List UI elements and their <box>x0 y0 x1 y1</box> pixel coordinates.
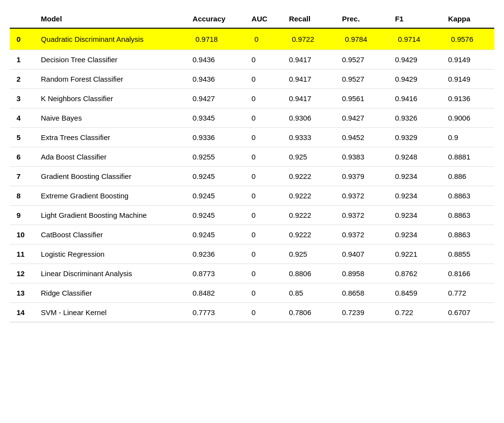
table-row: 9Light Gradient Boosting Machine0.924500… <box>10 206 494 225</box>
cell-auc-14: 0 <box>245 303 282 322</box>
cell-prec-10: 0.9372 <box>335 225 388 245</box>
cell-f1-11: 0.9221 <box>388 245 441 264</box>
model-comparison-table: Model Accuracy AUC Recall Prec. F1 Kappa… <box>10 10 494 322</box>
cell-accuracy-10: 0.9245 <box>186 225 245 245</box>
cell-auc-6: 0 <box>245 147 282 167</box>
cell-kappa-2: 0.9149 <box>441 70 494 89</box>
cell-model-7: Gradient Boosting Classifier <box>34 167 186 186</box>
cell-index-14: 14 <box>10 303 34 322</box>
cell-f1-1: 0.9429 <box>388 50 441 70</box>
cell-recall-14: 0.7806 <box>282 303 335 322</box>
cell-model-12: Linear Discriminant Analysis <box>34 264 186 283</box>
col-header-f1: F1 <box>388 10 441 28</box>
cell-f1-0: 0.9714 <box>388 28 441 50</box>
cell-f1-9: 0.9234 <box>388 206 441 225</box>
cell-recall-8: 0.9222 <box>282 186 335 206</box>
cell-recall-13: 0.85 <box>282 283 335 303</box>
col-header-model: Model <box>34 10 186 28</box>
cell-recall-3: 0.9417 <box>282 89 335 108</box>
col-header-kappa: Kappa <box>441 10 494 28</box>
cell-prec-9: 0.9372 <box>335 206 388 225</box>
table-header-row: Model Accuracy AUC Recall Prec. F1 Kappa <box>10 10 494 28</box>
cell-kappa-0: 0.9576 <box>441 28 494 50</box>
cell-f1-5: 0.9329 <box>388 128 441 147</box>
cell-f1-8: 0.9234 <box>388 186 441 206</box>
cell-model-13: Ridge Classifier <box>34 283 186 303</box>
cell-accuracy-14: 0.7773 <box>186 303 245 322</box>
cell-kappa-3: 0.9136 <box>441 89 494 108</box>
cell-accuracy-13: 0.8482 <box>186 283 245 303</box>
cell-model-8: Extreme Gradient Boosting <box>34 186 186 206</box>
cell-model-3: K Neighbors Classifier <box>34 89 186 108</box>
cell-recall-7: 0.9222 <box>282 167 335 186</box>
table-row: 13Ridge Classifier0.848200.850.86580.845… <box>10 283 494 303</box>
cell-f1-14: 0.722 <box>388 303 441 322</box>
cell-auc-13: 0 <box>245 283 282 303</box>
cell-model-10: CatBoost Classifier <box>34 225 186 245</box>
cell-auc-7: 0 <box>245 167 282 186</box>
cell-kappa-8: 0.8863 <box>441 186 494 206</box>
cell-accuracy-2: 0.9436 <box>186 70 245 89</box>
cell-prec-7: 0.9379 <box>335 167 388 186</box>
cell-prec-8: 0.9372 <box>335 186 388 206</box>
cell-model-11: Logistic Regression <box>34 245 186 264</box>
cell-recall-12: 0.8806 <box>282 264 335 283</box>
table-row: 7Gradient Boosting Classifier0.924500.92… <box>10 167 494 186</box>
table-row: 5Extra Trees Classifier0.933600.93330.94… <box>10 128 494 147</box>
cell-f1-13: 0.8459 <box>388 283 441 303</box>
table-row: 10CatBoost Classifier0.924500.92220.9372… <box>10 225 494 245</box>
cell-model-0: Quadratic Discriminant Analysis <box>34 28 186 50</box>
cell-prec-1: 0.9527 <box>335 50 388 70</box>
cell-kappa-4: 0.9006 <box>441 108 494 128</box>
table-row: 4Naive Bayes0.934500.93060.94270.93260.9… <box>10 108 494 128</box>
cell-model-4: Naive Bayes <box>34 108 186 128</box>
cell-prec-11: 0.9407 <box>335 245 388 264</box>
cell-model-1: Decision Tree Classifier <box>34 50 186 70</box>
col-header-prec: Prec. <box>335 10 388 28</box>
cell-f1-12: 0.8762 <box>388 264 441 283</box>
cell-auc-9: 0 <box>245 206 282 225</box>
cell-auc-11: 0 <box>245 245 282 264</box>
cell-index-7: 7 <box>10 167 34 186</box>
cell-f1-7: 0.9234 <box>388 167 441 186</box>
cell-auc-8: 0 <box>245 186 282 206</box>
cell-prec-3: 0.9561 <box>335 89 388 108</box>
cell-model-2: Random Forest Classifier <box>34 70 186 89</box>
col-header-auc: AUC <box>245 10 282 28</box>
cell-accuracy-9: 0.9245 <box>186 206 245 225</box>
table-row: 1Decision Tree Classifier0.943600.94170.… <box>10 50 494 70</box>
cell-accuracy-5: 0.9336 <box>186 128 245 147</box>
table-row: 0Quadratic Discriminant Analysis0.971800… <box>10 28 494 50</box>
cell-prec-12: 0.8958 <box>335 264 388 283</box>
cell-model-14: SVM - Linear Kernel <box>34 303 186 322</box>
table-row: 6Ada Boost Classifier0.925500.9250.93830… <box>10 147 494 167</box>
cell-auc-4: 0 <box>245 108 282 128</box>
cell-index-0: 0 <box>10 28 34 50</box>
table-row: 11Logistic Regression0.923600.9250.94070… <box>10 245 494 264</box>
col-header-index <box>10 10 34 28</box>
cell-f1-10: 0.9234 <box>388 225 441 245</box>
cell-f1-3: 0.9416 <box>388 89 441 108</box>
cell-kappa-11: 0.8855 <box>441 245 494 264</box>
cell-index-5: 5 <box>10 128 34 147</box>
cell-prec-2: 0.9527 <box>335 70 388 89</box>
cell-recall-9: 0.9222 <box>282 206 335 225</box>
cell-recall-10: 0.9222 <box>282 225 335 245</box>
cell-f1-6: 0.9248 <box>388 147 441 167</box>
cell-auc-5: 0 <box>245 128 282 147</box>
cell-kappa-1: 0.9149 <box>441 50 494 70</box>
cell-index-3: 3 <box>10 89 34 108</box>
cell-f1-4: 0.9326 <box>388 108 441 128</box>
cell-accuracy-0: 0.9718 <box>186 28 245 50</box>
cell-prec-5: 0.9452 <box>335 128 388 147</box>
cell-index-13: 13 <box>10 283 34 303</box>
cell-auc-3: 0 <box>245 89 282 108</box>
cell-accuracy-12: 0.8773 <box>186 264 245 283</box>
cell-accuracy-8: 0.9245 <box>186 186 245 206</box>
col-header-accuracy: Accuracy <box>186 10 245 28</box>
cell-recall-5: 0.9333 <box>282 128 335 147</box>
table-row: 3K Neighbors Classifier0.942700.94170.95… <box>10 89 494 108</box>
cell-index-12: 12 <box>10 264 34 283</box>
table-row: 8Extreme Gradient Boosting0.924500.92220… <box>10 186 494 206</box>
cell-accuracy-1: 0.9436 <box>186 50 245 70</box>
